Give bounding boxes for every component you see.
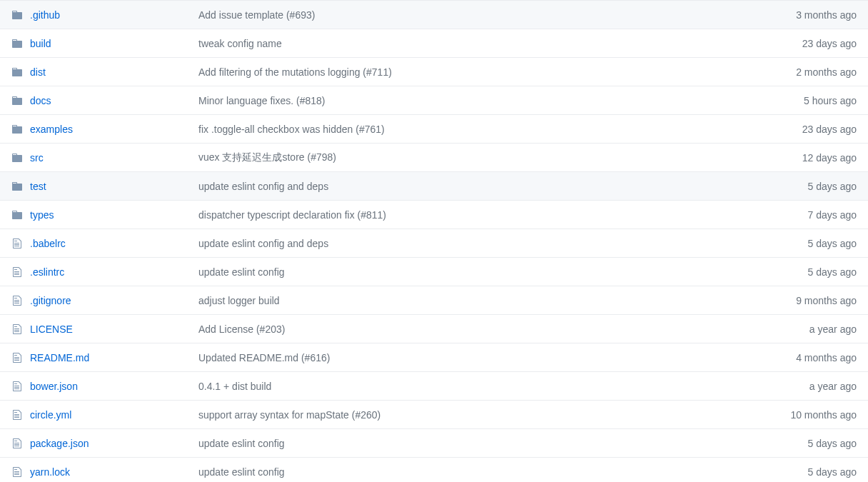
file-icon [11,381,23,392]
file-name-link[interactable]: yarn.lock [30,466,70,478]
file-row[interactable]: circle.ymlsupport array syntax for mapSt… [0,400,868,428]
file-name-cell: docs [11,95,198,106]
file-row[interactable]: package.jsonupdate eslint config5 days a… [0,428,868,457]
commit-message-link[interactable]: support array syntax for mapState (#260) [198,409,790,421]
file-row[interactable]: docsMinor language fixes. (#818)5 hours … [0,86,868,114]
commit-message-link[interactable]: update eslint config [198,266,808,278]
folder-icon [11,95,23,106]
time-ago: 5 hours ago [804,95,857,106]
file-name-cell: .gitignore [11,295,198,306]
file-icon [11,409,23,421]
time-ago: a year ago [809,323,857,335]
file-name-cell: test [11,181,198,192]
time-ago: 12 days ago [802,152,857,164]
file-row[interactable]: testupdate eslint config and deps5 days … [0,171,868,200]
commit-message-link[interactable]: Updated README.md (#616) [198,352,796,363]
file-name-link[interactable]: bower.json [30,381,78,392]
folder-icon [11,209,23,221]
file-name-cell: LICENSE [11,323,198,335]
file-icon [11,266,23,278]
folder-icon [11,9,23,21]
file-row[interactable]: LICENSEAdd License (#203)a year ago [0,314,868,343]
commit-message-link[interactable]: update eslint config and deps [198,238,808,249]
file-row[interactable]: yarn.lockupdate eslint config5 days ago [0,457,868,482]
file-name-link[interactable]: docs [30,95,51,106]
commit-message-link[interactable]: vuex 支持延迟生成store (#798) [198,151,802,164]
commit-message-link[interactable]: update eslint config and deps [198,181,808,192]
file-icon [11,466,23,478]
file-name-link[interactable]: .babelrc [30,238,66,249]
file-name-cell: circle.yml [11,409,198,421]
file-name-cell: build [11,38,198,49]
folder-icon [11,124,23,135]
commit-message-link[interactable]: Add issue template (#693) [198,9,796,21]
time-ago: 4 months ago [796,352,857,363]
file-icon [11,295,23,306]
file-row[interactable]: .eslintrcupdate eslint config5 days ago [0,257,868,286]
time-ago: 5 days ago [808,238,857,249]
time-ago: 5 days ago [808,466,857,478]
file-name-link[interactable]: test [30,181,46,192]
file-row[interactable]: srcvuex 支持延迟生成store (#798)12 days ago [0,143,868,171]
folder-icon [11,152,23,164]
file-name-cell: types [11,209,198,221]
time-ago: 23 days ago [802,124,857,135]
folder-icon [11,38,23,49]
file-row[interactable]: bower.json0.4.1 + dist builda year ago [0,371,868,400]
file-icon [11,352,23,363]
file-name-cell: .babelrc [11,238,198,249]
time-ago: 5 days ago [808,438,857,449]
file-name-cell: README.md [11,352,198,363]
file-name-link[interactable]: build [30,38,51,49]
file-name-link[interactable]: types [30,209,54,221]
file-name-cell: .github [11,9,198,21]
time-ago: 3 months ago [796,9,857,21]
commit-message-link[interactable]: 0.4.1 + dist build [198,381,809,392]
file-row[interactable]: .babelrcupdate eslint config and deps5 d… [0,229,868,257]
time-ago: 5 days ago [808,181,857,192]
commit-message-link[interactable]: tweak config name [198,38,802,49]
file-row[interactable]: .githubAdd issue template (#693)3 months… [0,0,868,29]
file-row[interactable]: README.mdUpdated README.md (#616)4 month… [0,343,868,371]
file-icon [11,323,23,335]
file-icon [11,238,23,249]
file-name-link[interactable]: dist [30,66,46,78]
folder-icon [11,66,23,78]
commit-message-link[interactable]: Minor language fixes. (#818) [198,95,804,106]
file-name-link[interactable]: examples [30,124,73,135]
file-name-cell: yarn.lock [11,466,198,478]
commit-message-link[interactable]: dispatcher typescript declaration fix (#… [198,209,808,221]
file-name-cell: package.json [11,438,198,449]
commit-message-link[interactable]: update eslint config [198,438,808,449]
file-row[interactable]: examplesfix .toggle-all checkbox was hid… [0,114,868,143]
file-name-cell: examples [11,124,198,135]
file-row[interactable]: typesdispatcher typescript declaration f… [0,200,868,229]
file-name-cell: .eslintrc [11,266,198,278]
time-ago: a year ago [809,381,857,392]
time-ago: 9 months ago [796,295,857,306]
file-name-link[interactable]: LICENSE [30,323,73,335]
file-name-cell: bower.json [11,381,198,392]
folder-icon [11,181,23,192]
time-ago: 5 days ago [808,266,857,278]
commit-message-link[interactable]: fix .toggle-all checkbox was hidden (#76… [198,124,802,135]
commit-message-link[interactable]: adjust logger build [198,295,796,306]
time-ago: 23 days ago [802,38,857,49]
file-name-link[interactable]: .eslintrc [30,266,64,278]
file-row[interactable]: distAdd filtering of the mutations loggi… [0,57,868,86]
time-ago: 7 days ago [808,209,857,221]
commit-message-link[interactable]: Add License (#203) [198,323,809,335]
file-icon [11,438,23,449]
file-row[interactable]: buildtweak config name23 days ago [0,29,868,57]
file-name-link[interactable]: .github [30,9,60,21]
file-name-link[interactable]: package.json [30,438,89,449]
file-name-link[interactable]: .gitignore [30,295,71,306]
file-name-cell: src [11,152,198,164]
file-row[interactable]: .gitignoreadjust logger build9 months ag… [0,286,868,314]
file-list: .githubAdd issue template (#693)3 months… [0,0,868,482]
file-name-link[interactable]: circle.yml [30,409,71,421]
commit-message-link[interactable]: update eslint config [198,466,808,478]
file-name-link[interactable]: README.md [30,352,89,363]
file-name-link[interactable]: src [30,152,44,164]
commit-message-link[interactable]: Add filtering of the mutations logging (… [198,66,796,78]
